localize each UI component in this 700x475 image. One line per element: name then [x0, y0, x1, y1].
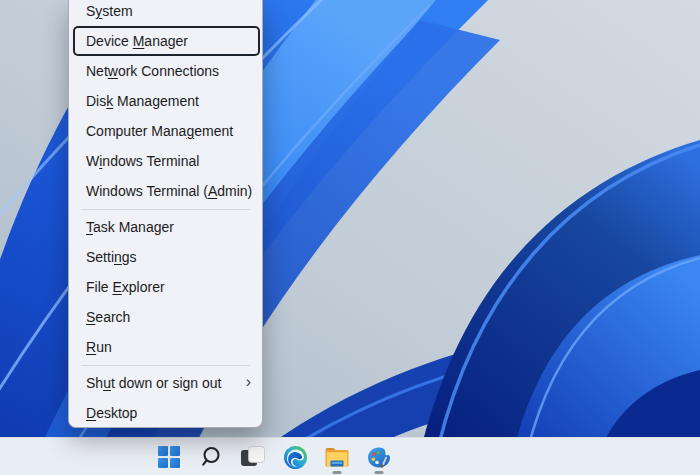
menu-item-label: Device Manager	[86, 33, 188, 49]
menu-separator	[81, 365, 250, 366]
menu-item-label: Windows Terminal	[86, 153, 199, 169]
menu-item-settings[interactable]: Settings	[69, 242, 262, 272]
winx-context-menu: System Device Manager Network Connection…	[68, 0, 263, 428]
menu-item-network-connections[interactable]: Network Connections	[69, 56, 262, 86]
menu-item-task-manager[interactable]: Task Manager	[69, 212, 262, 242]
file-explorer-icon	[324, 445, 350, 469]
menu-item-label: Computer Management	[86, 123, 233, 139]
running-indicator	[375, 471, 384, 474]
menu-item-label: Network Connections	[86, 63, 219, 79]
search-button[interactable]	[190, 438, 232, 475]
edge-icon	[283, 445, 308, 470]
menu-item-windows-terminal-admin[interactable]: Windows Terminal (Admin)	[69, 176, 262, 206]
menu-item-label: Windows Terminal (Admin)	[86, 183, 252, 199]
paint-icon	[366, 445, 392, 470]
menu-item-system[interactable]: System	[69, 0, 262, 26]
menu-separator	[81, 209, 250, 210]
taskbar	[0, 437, 700, 475]
task-view-icon	[240, 445, 266, 469]
menu-item-search[interactable]: Search	[69, 302, 262, 332]
menu-item-disk-management[interactable]: Disk Management	[69, 86, 262, 116]
menu-item-desktop[interactable]: Desktop	[69, 398, 262, 428]
search-icon	[199, 445, 223, 469]
menu-item-label: Disk Management	[86, 93, 199, 109]
menu-item-label: Run	[86, 339, 112, 355]
start-button[interactable]	[148, 438, 190, 475]
menu-item-label: Shut down or sign out	[86, 375, 221, 391]
menu-item-label: Settings	[86, 249, 137, 265]
edge-button[interactable]	[274, 438, 316, 475]
paint-button[interactable]	[358, 438, 400, 475]
task-view-button[interactable]	[232, 438, 274, 475]
menu-item-windows-terminal[interactable]: Windows Terminal	[69, 146, 262, 176]
menu-item-run[interactable]: Run	[69, 332, 262, 362]
taskbar-icon-group	[148, 438, 400, 475]
running-indicator	[333, 471, 342, 474]
menu-item-label: Search	[86, 309, 130, 325]
submenu-chevron-icon: ›	[246, 374, 251, 390]
menu-item-label: File Explorer	[86, 279, 165, 295]
menu-item-shut-down-or-sign-out[interactable]: Shut down or sign out ›	[69, 368, 262, 398]
menu-item-label: Desktop	[86, 405, 137, 421]
menu-item-label: System	[86, 3, 133, 19]
menu-item-device-manager[interactable]: Device Manager	[73, 26, 260, 56]
windows-logo-icon	[158, 446, 180, 468]
file-explorer-button[interactable]	[316, 438, 358, 475]
menu-item-file-explorer[interactable]: File Explorer	[69, 272, 262, 302]
menu-item-computer-management[interactable]: Computer Management	[69, 116, 262, 146]
menu-item-label: Task Manager	[86, 219, 174, 235]
